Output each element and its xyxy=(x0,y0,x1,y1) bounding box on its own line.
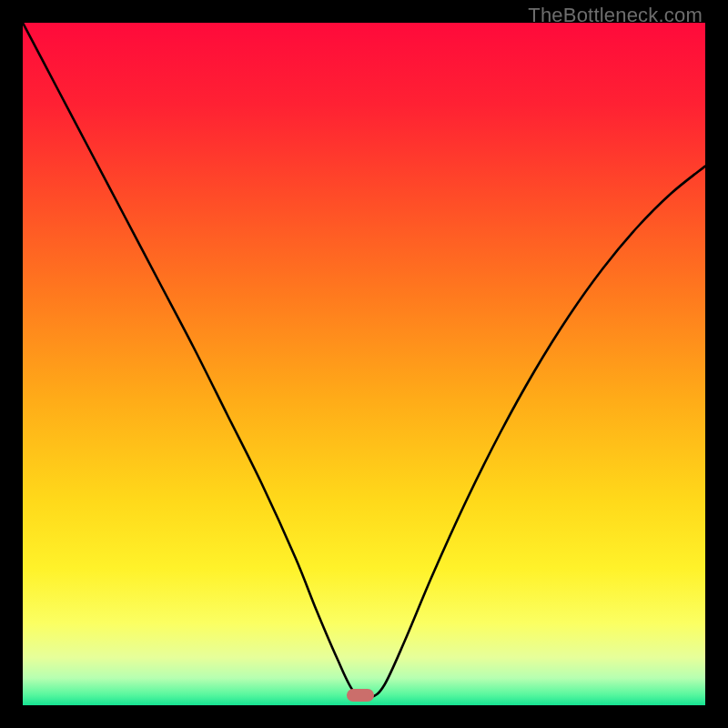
watermark-text: TheBottleneck.com xyxy=(528,4,703,27)
gradient-background xyxy=(23,23,705,705)
chart-frame: TheBottleneck.com xyxy=(0,0,728,728)
plot-area xyxy=(23,23,705,705)
optimal-marker xyxy=(347,689,374,702)
plot-svg xyxy=(23,23,705,705)
